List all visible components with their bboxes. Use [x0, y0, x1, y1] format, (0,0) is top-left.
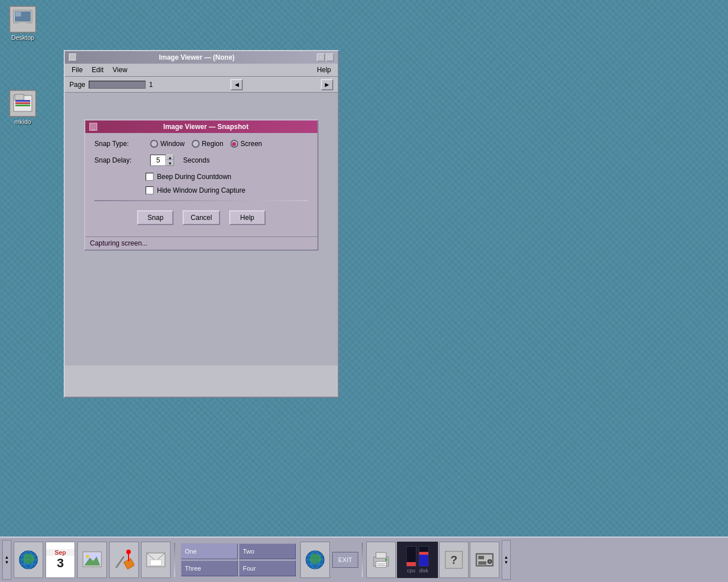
taskbar-globe-icon[interactable] — [14, 542, 43, 578]
svg-rect-8 — [15, 102, 30, 104]
seconds-label: Seconds — [183, 156, 210, 164]
svg-point-43 — [489, 560, 491, 563]
vdesktop-two-label: Two — [243, 548, 254, 555]
snapshot-dialog: _ Image Viewer — Snapshot Snap Type: Win… — [84, 119, 318, 251]
svg-line-19 — [116, 556, 124, 568]
meter-labels: cpu disk — [406, 568, 429, 573]
desktop-icon[interactable]: Desktop — [5, 6, 41, 41]
snap-type-row: Snap Type: Window Region Screen — [94, 140, 308, 148]
vdesktop-three[interactable]: Three — [181, 560, 238, 576]
taskbar-inbox-icon[interactable] — [141, 542, 171, 578]
svg-point-22 — [126, 550, 131, 554]
maximize-button[interactable]: □ — [326, 53, 334, 61]
menu-edit[interactable]: Edit — [87, 65, 108, 75]
snap-button[interactable]: Snap — [137, 210, 173, 225]
help-icon: ? — [444, 550, 464, 570]
disk-bar-fill-blue — [419, 555, 428, 566]
page-track[interactable] — [89, 81, 146, 89]
disk-bar-container — [419, 546, 429, 567]
tray-printer-icon[interactable] — [366, 542, 396, 578]
mkido-icon-label: mkido — [14, 118, 31, 125]
nav-next-button[interactable]: ► — [321, 79, 333, 90]
snap-delay-input[interactable]: 5 — [150, 155, 166, 166]
svg-rect-32 — [376, 552, 386, 558]
radio-region-circle — [192, 140, 200, 148]
radio-screen[interactable]: Screen — [230, 140, 262, 148]
svg-rect-33 — [376, 562, 386, 567]
cancel-button[interactable]: Cancel — [183, 210, 220, 225]
vdesktop-four-label: Four — [243, 565, 256, 572]
radio-window[interactable]: Window — [150, 140, 185, 148]
taskbar-tools-icon[interactable] — [109, 542, 139, 578]
vdesktop-four[interactable]: Four — [239, 560, 296, 576]
snapshot-body: Snap Type: Window Region Screen — [85, 133, 317, 236]
image-viewer-titlebar: _ Image Viewer — (None) · □ — [65, 51, 338, 64]
calendar-widget[interactable]: Sep 3 — [46, 542, 75, 578]
menu-view[interactable]: View — [108, 65, 132, 75]
exit-button[interactable]: EXIT — [332, 552, 358, 568]
vdesktop-panel: One Two Three Four — [181, 543, 296, 576]
snapshot-titlebar: _ Image Viewer — Snapshot — [85, 120, 317, 133]
hide-label: Hide Window During Capture — [157, 186, 245, 194]
svg-rect-45 — [478, 563, 486, 564]
taskbar-divider-2 — [362, 543, 363, 577]
status-bar: Capturing screen... — [85, 236, 317, 250]
beep-label: Beep During Countdown — [157, 173, 231, 181]
svg-rect-9 — [15, 105, 30, 106]
taskbar-scroll-right[interactable]: ▲▼ — [502, 540, 511, 580]
vdesktop-one[interactable]: One — [181, 543, 238, 559]
tray-icons: cpu disk ? — [366, 542, 499, 578]
vdesktop-one-label: One — [185, 548, 197, 555]
disk-label: disk — [419, 568, 429, 573]
svg-rect-7 — [15, 100, 30, 102]
taskbar-divider-1 — [174, 543, 175, 577]
radio-window-label: Window — [160, 140, 185, 148]
meter-bars — [406, 546, 429, 567]
radio-region[interactable]: Region — [192, 140, 224, 148]
snapshot-divider — [94, 200, 308, 201]
minimize-button[interactable]: _ — [69, 53, 77, 61]
image-viewer-menubar: File Edit View Help — [65, 64, 338, 77]
desktop-icon-label: Desktop — [11, 34, 34, 41]
hide-checkbox-row: Hide Window During Capture — [146, 186, 308, 194]
svg-rect-4 — [15, 12, 21, 16]
imgviewer-icon — [82, 550, 102, 570]
svg-point-36 — [385, 559, 387, 561]
snapshot-title: Image Viewer — Snapshot — [98, 123, 314, 131]
printer-icon — [371, 550, 391, 570]
help-button[interactable]: Help — [229, 210, 266, 225]
vdesktop-row-2: Three Four — [181, 560, 296, 576]
taskbar-imgviewer-icon[interactable] — [77, 542, 107, 578]
svg-rect-2 — [19, 23, 26, 25]
beep-checkbox[interactable] — [146, 173, 154, 181]
hdd-icon — [474, 550, 495, 570]
radio-window-circle — [150, 140, 158, 148]
inbox-icon — [146, 550, 166, 570]
cpu-disk-meter: cpu disk — [397, 542, 438, 578]
tools-icon — [114, 550, 134, 570]
tray-help-icon[interactable]: ? — [439, 542, 469, 578]
mkido-icon[interactable]: mkido — [5, 90, 41, 125]
hide-checkbox[interactable] — [146, 186, 154, 194]
taskbar-scroll-left[interactable]: ▲▼ — [2, 540, 11, 580]
svg-rect-44 — [478, 562, 486, 563]
vdesktop-two[interactable]: Two — [239, 543, 296, 559]
dot-button[interactable]: · — [317, 53, 325, 61]
radio-screen-label: Screen — [241, 140, 262, 148]
cal-month: Sep — [46, 549, 75, 556]
taskbar-globe-right[interactable] — [300, 542, 330, 578]
menu-help[interactable]: Help — [312, 65, 336, 75]
svg-point-18 — [86, 555, 89, 558]
tray-hdd-icon[interactable] — [470, 542, 499, 578]
cal-day: 3 — [57, 556, 64, 571]
spinner-down[interactable]: ▼ — [166, 160, 174, 166]
menu-file[interactable]: File — [67, 65, 87, 75]
nav-prev-button[interactable]: ◄ — [230, 79, 243, 90]
vdesktop-row-1: One Two — [181, 543, 296, 559]
svg-rect-25 — [150, 560, 162, 566]
snapshot-minimize-button[interactable]: _ — [89, 123, 97, 131]
page-num: 1 — [149, 81, 153, 89]
spinner-up[interactable]: ▲ — [166, 155, 174, 160]
button-row: Snap Cancel Help — [94, 206, 308, 230]
snap-delay-row: Snap Delay: 5 ▲ ▼ Seconds — [94, 155, 308, 166]
